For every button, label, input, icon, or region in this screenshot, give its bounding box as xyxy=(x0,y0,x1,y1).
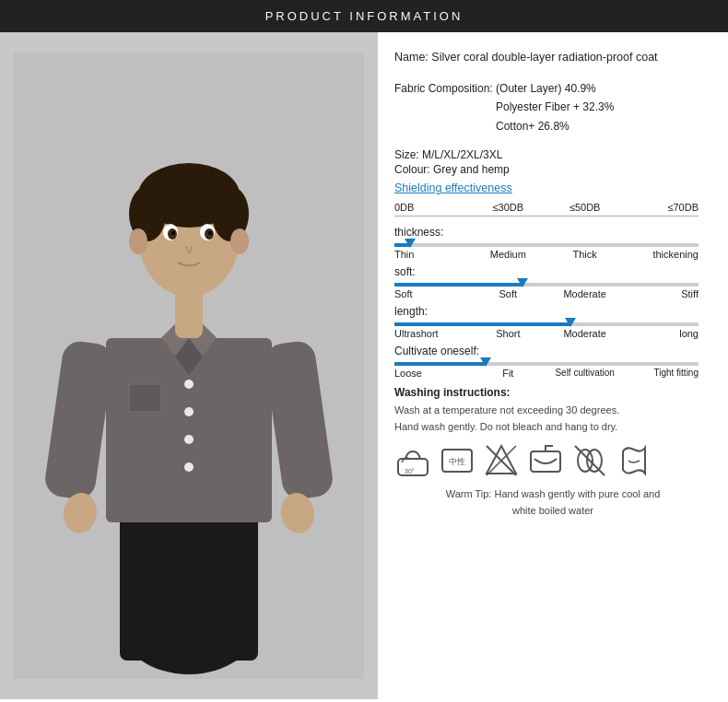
db-label-30: ≤30DB xyxy=(471,202,545,213)
warm-tip: Warm Tip: Hand wash gently with pure coo… xyxy=(394,486,711,519)
cultivate-section: Cultivate oneself: Loose Fit Self cultiv… xyxy=(394,345,711,379)
fabric-label: Fabric Composition: xyxy=(394,82,493,95)
length-section: length: Ultrashort Short Moderate long xyxy=(394,305,711,339)
wash-icon-hang-dry xyxy=(527,442,564,479)
db-divider xyxy=(394,216,699,216)
thickness-marker xyxy=(405,239,416,250)
thickness-section: thickness: Thin Medium Thick thickening xyxy=(394,226,711,260)
colour-label: Colour: xyxy=(394,163,430,176)
soft-bar xyxy=(394,283,699,287)
svg-line-40 xyxy=(575,446,605,475)
svg-rect-3 xyxy=(189,513,258,661)
length-lbl-long: long xyxy=(625,328,699,339)
fabric-line1: (Outer Layer) 40.9% xyxy=(496,82,596,95)
cultivate-fill xyxy=(394,362,486,366)
soft-lbl-stiff: Stiff xyxy=(625,288,699,299)
svg-point-12 xyxy=(184,380,194,389)
svg-point-26 xyxy=(171,231,175,235)
name-value: Silver coral double-layer radiation-proo… xyxy=(431,51,657,64)
svg-text:中性: 中性 xyxy=(449,457,465,466)
cultivate-lbl-fit: Fit xyxy=(471,368,545,379)
svg-rect-2 xyxy=(120,513,189,661)
size-value: M/L/XL/2XL/3XL xyxy=(422,148,502,161)
length-lbl-moderate: Moderate xyxy=(548,328,622,339)
thickness-lbl-thick: Thick xyxy=(548,249,622,260)
product-info-panel: Name: Silver coral double-layer radiatio… xyxy=(378,32,728,699)
svg-rect-37 xyxy=(531,451,560,472)
db-scale-container: 0DB ≤30DB ≤50DB ≤70DB xyxy=(394,202,711,216)
thickness-lbl-thickening: thickening xyxy=(625,249,699,260)
shielding-title: Shielding effectiveness xyxy=(394,181,711,194)
thickness-label: thickness: xyxy=(394,226,711,239)
svg-point-27 xyxy=(208,231,212,235)
cultivate-marker xyxy=(480,357,491,369)
colour-info: Colour: Grey and hemp xyxy=(394,163,711,176)
name-label: Name: xyxy=(394,51,429,64)
warm-tip-line2: white boiled water xyxy=(512,505,593,516)
thickness-scale-labels: Thin Medium Thick thickening xyxy=(394,249,699,260)
cultivate-lbl-tight: Tight fitting xyxy=(625,368,699,379)
soft-lbl-moderate: Moderate xyxy=(548,288,622,299)
washing-icons-row: 30° 中性 xyxy=(394,442,711,479)
length-fill xyxy=(394,322,570,326)
svg-text:30°: 30° xyxy=(405,468,415,474)
thickness-bar xyxy=(394,243,699,247)
header-title: PRODUCT INFORMATION xyxy=(265,9,464,23)
db-labels: 0DB ≤30DB ≤50DB ≤70DB xyxy=(394,202,699,213)
washing-text: Wash at a temperature not exceeding 30 d… xyxy=(394,403,711,435)
washing-title: Washing instructions: xyxy=(394,386,711,399)
colour-value: Grey and hemp xyxy=(433,163,510,176)
wash-icon-handwash: 30° xyxy=(394,442,431,479)
product-image xyxy=(0,32,378,699)
soft-scale-labels: Soft Soft Moderate Stiff xyxy=(394,288,699,299)
db-label-50: ≤50DB xyxy=(548,202,622,213)
warm-tip-line1: Warm Tip: Hand wash gently with pure coo… xyxy=(446,488,661,499)
wash-icon-no-wring xyxy=(571,442,608,479)
cultivate-scale-labels: Loose Fit Self cultivation Tight fitting xyxy=(394,368,699,379)
cultivate-bar xyxy=(394,362,699,366)
svg-point-14 xyxy=(184,435,194,444)
washing-line1: Wash at a temperature not exceeding 30 d… xyxy=(394,404,619,415)
size-info: Size: M/L/XL/2XL/3XL xyxy=(394,148,711,161)
cultivate-label: Cultivate oneself: xyxy=(394,345,711,357)
soft-lbl-soft2: Soft xyxy=(471,288,545,299)
db-label-0: 0DB xyxy=(394,202,468,213)
length-scale-labels: Ultrashort Short Moderate long xyxy=(394,328,699,339)
soft-label: soft: xyxy=(394,265,711,278)
cultivate-lbl-loose: Loose xyxy=(394,368,468,379)
header: PRODUCT INFORMATION xyxy=(0,0,728,32)
wash-icon-neutral: 中性 xyxy=(439,442,476,479)
length-bar xyxy=(394,322,699,326)
svg-point-15 xyxy=(184,462,194,472)
fabric-info: Fabric Composition: (Outer Layer) 40.9% … xyxy=(394,79,711,135)
cultivate-lbl-self: Self cultivation xyxy=(548,368,622,379)
svg-rect-16 xyxy=(129,384,161,412)
product-name: Name: Silver coral double-layer radiatio… xyxy=(394,49,711,66)
product-illustration xyxy=(14,53,364,679)
fabric-line3: Cotton+ 26.8% xyxy=(496,120,569,133)
length-marker xyxy=(565,318,576,329)
fabric-line2: Polyester Fiber + 32.3% xyxy=(496,100,614,113)
length-label: length: xyxy=(394,305,711,318)
db-label-70: ≤70DB xyxy=(625,202,699,213)
soft-fill xyxy=(394,283,523,287)
soft-lbl-soft1: Soft xyxy=(394,288,468,299)
thickness-lbl-thin: Thin xyxy=(394,249,468,260)
svg-point-28 xyxy=(129,228,147,254)
svg-point-29 xyxy=(230,228,249,254)
size-label: Size: xyxy=(394,148,419,161)
thickness-lbl-medium: Medium xyxy=(471,249,545,260)
soft-marker xyxy=(517,278,528,289)
length-lbl-short: Short xyxy=(471,328,545,339)
washing-line2: Hand wash gently. Do not bleach and hang… xyxy=(394,421,617,432)
soft-section: soft: Soft Soft Moderate Stiff xyxy=(394,265,711,299)
svg-point-13 xyxy=(184,407,194,416)
length-lbl-ultrashort: Ultrashort xyxy=(394,328,468,339)
wash-icon-no-bleach xyxy=(483,442,520,479)
washing-section: Washing instructions: Wash at a temperat… xyxy=(394,386,711,519)
wash-icon-gentle xyxy=(616,442,652,479)
